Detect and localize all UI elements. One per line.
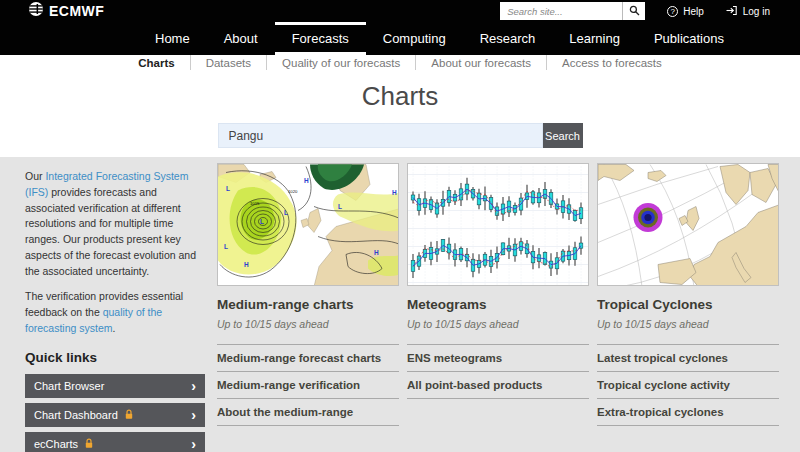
card-title: Meteograms	[407, 297, 589, 312]
charts-search-button[interactable]: Search	[543, 123, 583, 148]
subnav-item-quality[interactable]: Quality of our forecasts	[282, 57, 400, 69]
card-tropical-cyclones: Tropical Cyclones Up to 10/15 days ahead…	[597, 163, 779, 452]
card-subtitle: Up to 10/15 days ahead	[597, 318, 779, 330]
link-medium-range-forecast-charts[interactable]: Medium-range forecast charts	[217, 345, 399, 372]
card-link-list: Medium-range forecast charts Medium-rang…	[217, 344, 399, 426]
intro-text: .	[113, 322, 116, 334]
site-search	[500, 2, 645, 20]
link-latest-tropical-cyclones[interactable]: Latest tropical cyclones	[597, 345, 779, 372]
intro-paragraph-2: The verification provides essential feed…	[25, 289, 205, 336]
intro-text: Our	[25, 170, 45, 182]
quick-link-label: Chart Dashboard	[34, 409, 118, 421]
charts-search-input[interactable]	[218, 123, 543, 148]
magnifier-icon	[629, 4, 640, 19]
site-search-input[interactable]	[500, 2, 622, 20]
svg-text:1020: 1020	[288, 189, 298, 194]
quick-link-chart-dashboard[interactable]: Chart Dashboard ›	[25, 403, 205, 427]
link-all-point-based-products[interactable]: All point-based products	[407, 372, 589, 399]
login-link[interactable]: Log in	[726, 5, 770, 18]
pressure-map-image: L L L H H L H H L 1020 1015	[218, 164, 399, 286]
link-ens-meteograms[interactable]: ENS meteograms	[407, 345, 589, 372]
divider	[415, 55, 416, 70]
link-medium-range-verification[interactable]: Medium-range verification	[217, 372, 399, 399]
site-header: ECMWF ? Help	[0, 0, 800, 55]
card-title: Tropical Cyclones	[597, 297, 779, 312]
svg-text:L: L	[284, 209, 288, 216]
quick-links-heading: Quick links	[25, 350, 205, 365]
intro-text: provides forecasts and associated verifi…	[25, 186, 196, 277]
cyclone-map-image	[598, 164, 779, 286]
login-icon	[726, 5, 738, 18]
chart-category-cards: L L L H H L H H L 1020 1015	[217, 163, 779, 452]
chevron-right-icon: ›	[191, 437, 196, 451]
card-subtitle: Up to 10/15 days ahead	[407, 318, 589, 330]
nav-item-publications[interactable]: Publications	[637, 22, 741, 55]
logo-text: ECMWF	[49, 3, 104, 19]
help-icon: ?	[667, 6, 678, 17]
svg-text:L: L	[226, 185, 230, 192]
card-medium-range: L L L H H L H H L 1020 1015	[217, 163, 399, 452]
svg-text:H: H	[374, 249, 379, 256]
card-link-list: Latest tropical cyclones Tropical cyclon…	[597, 344, 779, 426]
page-title: Charts	[0, 81, 800, 112]
svg-text:1015: 1015	[250, 201, 260, 206]
svg-text:L: L	[338, 203, 342, 210]
intro-paragraph-1: Our Integrated Forecasting System (IFS) …	[25, 169, 205, 279]
site-search-button[interactable]	[622, 2, 645, 20]
svg-text:H: H	[304, 177, 309, 184]
nav-item-computing[interactable]: Computing	[366, 22, 463, 55]
svg-text:H: H	[392, 189, 397, 196]
card-meteograms: Meteograms Up to 10/15 days ahead ENS me…	[407, 163, 589, 452]
subnav-item-about-forecasts[interactable]: About our forecasts	[431, 57, 531, 69]
sidebar: Our Integrated Forecasting System (IFS) …	[25, 163, 205, 452]
divider	[266, 55, 267, 70]
ecmwf-globe-icon	[28, 1, 44, 21]
nav-item-home[interactable]: Home	[138, 22, 207, 55]
login-label: Log in	[743, 6, 770, 17]
charts-search-bar: Search	[0, 123, 800, 148]
forecasts-subnav: Charts Datasets Quality of our forecasts…	[0, 55, 800, 70]
help-label: Help	[683, 6, 704, 17]
link-extra-tropical-cyclones[interactable]: Extra-tropical cyclones	[597, 399, 779, 426]
quick-link-eccharts[interactable]: ecCharts ›	[25, 432, 205, 452]
divider	[190, 55, 191, 70]
card-subtitle: Up to 10/15 days ahead	[217, 318, 399, 330]
medium-range-thumbnail[interactable]: L L L H H L H H L 1020 1015	[217, 163, 399, 286]
quick-link-label: ecCharts	[34, 438, 78, 450]
meteogram-image	[408, 164, 589, 286]
chevron-right-icon: ›	[191, 379, 196, 393]
help-link[interactable]: ? Help	[667, 6, 704, 17]
nav-item-research[interactable]: Research	[463, 22, 553, 55]
meteograms-thumbnail[interactable]	[407, 163, 589, 286]
chevron-right-icon: ›	[191, 408, 196, 422]
main-navigation: Home About Forecasts Computing Research …	[0, 22, 800, 55]
nav-item-about[interactable]: About	[207, 22, 275, 55]
divider	[546, 55, 547, 70]
subnav-item-charts[interactable]: Charts	[138, 57, 174, 69]
subnav-item-datasets[interactable]: Datasets	[206, 57, 251, 69]
card-link-list: ENS meteograms All point-based products	[407, 344, 589, 399]
lock-icon	[124, 409, 134, 420]
svg-text:H: H	[244, 261, 249, 268]
quick-link-chart-browser[interactable]: Chart Browser ›	[25, 374, 205, 398]
svg-text:L: L	[260, 218, 264, 225]
nav-item-learning[interactable]: Learning	[552, 22, 637, 55]
charts-overview-section: Our Integrated Forecasting System (IFS) …	[0, 157, 800, 452]
lock-icon	[84, 438, 94, 449]
quick-link-label: Chart Browser	[34, 380, 104, 392]
link-about-the-medium-range[interactable]: About the medium-range	[217, 399, 399, 426]
tropical-cyclones-thumbnail[interactable]	[597, 163, 779, 286]
subnav-item-access[interactable]: Access to forecasts	[562, 57, 662, 69]
card-title: Medium-range charts	[217, 297, 399, 312]
link-tropical-cyclone-activity[interactable]: Tropical cyclone activity	[597, 372, 779, 399]
nav-item-forecasts[interactable]: Forecasts	[275, 22, 366, 55]
ecmwf-logo[interactable]: ECMWF	[28, 1, 104, 21]
svg-text:L: L	[224, 243, 228, 250]
